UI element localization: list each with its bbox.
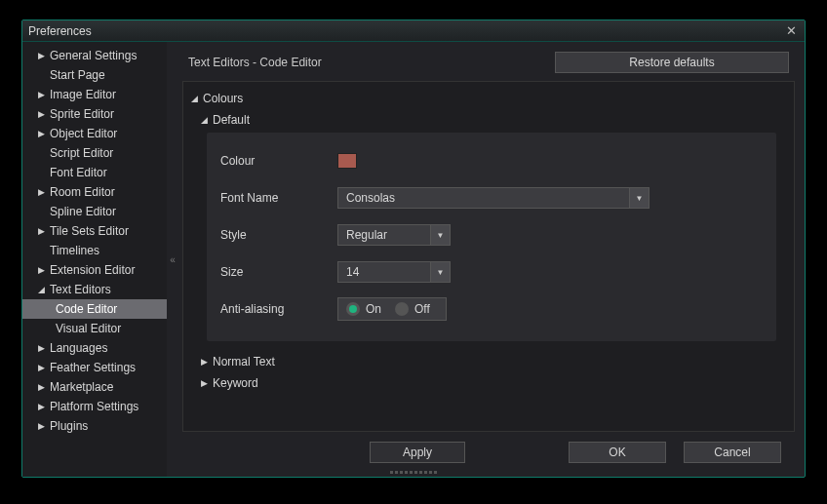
size-dropdown[interactable]: 14 ▼: [337, 261, 451, 283]
row-font-name: Font Name Consolas ▼: [220, 179, 763, 216]
section-colours[interactable]: ◢ Colours: [187, 88, 786, 109]
row-colour: Colour: [220, 142, 763, 179]
sidebar-item-platform-settings[interactable]: ▶Platform Settings: [22, 397, 167, 416]
label-anti-aliasing: Anti-aliasing: [220, 302, 337, 316]
footer: Apply OK Cancel: [178, 432, 799, 473]
sidebar-item-languages[interactable]: ▶Languages: [22, 338, 167, 358]
restore-defaults-button[interactable]: Restore defaults: [555, 52, 789, 73]
close-icon[interactable]: ✕: [783, 23, 799, 38]
label-size: Size: [220, 265, 337, 279]
chevron-down-icon: ▼: [430, 225, 450, 245]
sidebar-item-font-editor[interactable]: Font Editor: [22, 163, 167, 182]
chevron-right-icon: ▶: [36, 382, 46, 392]
sidebar-item-general-settings[interactable]: ▶General Settings: [22, 46, 167, 65]
sidebar-item-image-editor[interactable]: ▶Image Editor: [22, 85, 167, 104]
splitter-handle[interactable]: «: [167, 42, 178, 477]
font-name-dropdown[interactable]: Consolas ▼: [337, 187, 650, 209]
colour-swatch[interactable]: [337, 153, 357, 169]
chevron-down-icon: ▼: [629, 188, 649, 208]
ok-button[interactable]: OK: [569, 442, 666, 463]
sidebar-item-marketplace[interactable]: ▶Marketplace: [22, 377, 167, 397]
sidebar-item-visual-editor[interactable]: Visual Editor: [22, 319, 167, 338]
anti-aliasing-radio-group: On Off: [337, 297, 447, 321]
sidebar-item-script-editor[interactable]: Script Editor: [22, 143, 167, 163]
sidebar-item-tile-sets-editor[interactable]: ▶Tile Sets Editor: [22, 221, 167, 241]
style-dropdown[interactable]: Regular ▼: [337, 224, 451, 246]
row-anti-aliasing: Anti-aliasing On Off: [220, 291, 763, 328]
sidebar-item-timelines[interactable]: Timelines: [22, 241, 167, 260]
sidebar-item-code-editor[interactable]: Code Editor: [22, 299, 167, 319]
section-default[interactable]: ◢ Default: [187, 109, 786, 131]
chevron-right-icon: ▶: [36, 363, 46, 372]
section-keyword[interactable]: ▶ Keyword: [187, 372, 786, 394]
sidebar-item-object-editor[interactable]: ▶Object Editor: [22, 124, 167, 143]
label-font-name: Font Name: [220, 191, 337, 205]
sidebar[interactable]: ▶General Settings Start Page ▶Image Edit…: [22, 42, 167, 477]
sidebar-item-room-editor[interactable]: ▶Room Editor: [22, 182, 167, 202]
sidebar-item-spline-editor[interactable]: Spline Editor: [22, 202, 167, 221]
radio-off[interactable]: [395, 302, 409, 316]
main-panel: Text Editors - Code Editor Restore defau…: [178, 42, 805, 477]
sidebar-item-start-page[interactable]: Start Page: [22, 65, 167, 85]
sidebar-item-plugins[interactable]: ▶Plugins: [22, 416, 167, 436]
content-area[interactable]: ◢ Colours ◢ Default Colour Font Name: [182, 81, 795, 432]
label-colour: Colour: [220, 154, 337, 168]
preferences-window: Preferences ✕ ▶General Settings Start Pa…: [21, 19, 806, 478]
chevron-down-icon: ▼: [430, 262, 450, 282]
chevron-right-icon: ▶: [36, 90, 46, 99]
chevron-down-icon: ◢: [36, 285, 46, 294]
chevron-right-icon: ▶: [36, 402, 46, 411]
chevron-right-icon: ▶: [36, 226, 46, 236]
chevron-down-icon: ◢: [189, 94, 199, 103]
chevron-right-icon: ▶: [36, 129, 46, 138]
radio-on[interactable]: [346, 302, 360, 316]
chevron-right-icon: ▶: [36, 187, 46, 197]
chevron-right-icon: ▶: [199, 378, 209, 388]
window-body: ▶General Settings Start Page ▶Image Edit…: [22, 42, 805, 477]
window-title: Preferences: [28, 24, 92, 38]
section-normal-text[interactable]: ▶ Normal Text: [187, 351, 786, 372]
sidebar-item-text-editors[interactable]: ◢Text Editors: [22, 280, 167, 299]
resize-grip[interactable]: [370, 471, 457, 475]
apply-button[interactable]: Apply: [370, 442, 465, 463]
titlebar: Preferences ✕: [22, 20, 805, 42]
row-size: Size 14 ▼: [220, 253, 763, 291]
chevron-right-icon: ▶: [36, 265, 46, 275]
breadcrumb: Text Editors - Code Editor: [188, 56, 322, 69]
chevron-right-icon: ▶: [36, 343, 46, 353]
chevron-right-icon: ▶: [36, 109, 46, 119]
cancel-button[interactable]: Cancel: [684, 442, 781, 463]
default-form: Colour Font Name Consolas ▼ Style Regu: [207, 133, 776, 341]
sidebar-item-feather-settings[interactable]: ▶Feather Settings: [22, 358, 167, 377]
chevron-down-icon: ◢: [199, 115, 209, 125]
label-style: Style: [220, 228, 337, 242]
chevron-right-icon: ▶: [199, 357, 209, 367]
sidebar-item-sprite-editor[interactable]: ▶Sprite Editor: [22, 104, 167, 124]
main-header: Text Editors - Code Editor Restore defau…: [178, 46, 799, 81]
row-style: Style Regular ▼: [220, 216, 763, 253]
sidebar-item-extension-editor[interactable]: ▶Extension Editor: [22, 260, 167, 280]
chevron-right-icon: ▶: [36, 421, 46, 431]
chevron-right-icon: ▶: [36, 51, 46, 60]
